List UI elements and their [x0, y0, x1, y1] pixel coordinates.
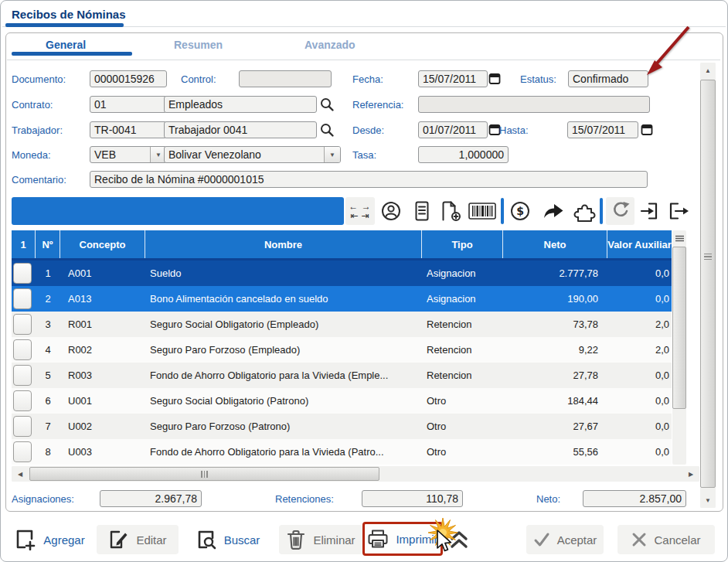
chevron-down-icon[interactable]: ▼	[324, 147, 340, 162]
hasta-label: Hasta:	[499, 124, 529, 136]
page-title: Recibos de Nóminas	[12, 8, 126, 21]
header-numero[interactable]: Nº	[36, 230, 60, 258]
estatus-field[interactable]: Confirmado	[568, 70, 648, 87]
editar-button[interactable]: Editar	[97, 525, 179, 554]
cell-valor-auxiliar: 0,0	[607, 267, 672, 279]
svg-text:$: $	[516, 205, 524, 217]
contrato-code-field[interactable]: 01	[90, 96, 167, 113]
tab-general[interactable]: General	[46, 39, 86, 51]
document-lines-icon[interactable]	[413, 200, 431, 222]
import-icon[interactable]	[639, 200, 661, 222]
header-concepto[interactable]: Concepto	[60, 230, 145, 258]
table-row[interactable]: 5 R003 Fondo de Ahorro Obligatorio para …	[12, 363, 672, 388]
row-selector[interactable]	[13, 441, 32, 462]
toolbar-separator	[600, 198, 603, 224]
tab-avanzado[interactable]: Avanzado	[304, 39, 355, 51]
search-document-icon	[196, 529, 217, 550]
fecha-calendar-icon[interactable]	[488, 72, 501, 85]
forward-arrow-icon[interactable]	[542, 202, 565, 220]
scroll-left-icon[interactable]: ◀	[12, 466, 29, 482]
fecha-field[interactable]: 15/07/2011	[418, 70, 488, 87]
desde-label: Desde:	[352, 124, 384, 136]
contrato-search-icon[interactable]	[319, 97, 335, 112]
table-row[interactable]: 1 A001 Sueldo Asignacion 2.777,78 0,0	[12, 261, 672, 286]
eliminar-button[interactable]: Eliminar	[279, 525, 362, 554]
hasta-field[interactable]: 15/07/2011	[567, 121, 638, 138]
cell-concepto: U002	[60, 421, 145, 432]
cell-nombre: Seguro Social Obligatorio (Empleado)	[145, 318, 422, 330]
header-valor-auxiliar[interactable]: Valor Auxiliar	[607, 230, 672, 258]
cell-neto: 184,44	[503, 395, 607, 407]
moneda-name-select[interactable]: Bolivar Venezolano ▼	[164, 146, 341, 163]
cell-concepto: A001	[60, 267, 145, 279]
tab-resumen[interactable]: Resumen	[174, 39, 223, 51]
agregar-button[interactable]: Agregar	[12, 525, 89, 554]
table-hscrollbar-thumb[interactable]	[29, 467, 379, 481]
column-menu-icon[interactable]	[672, 231, 686, 245]
trabajador-search-icon[interactable]	[319, 122, 335, 138]
referencia-field[interactable]	[418, 96, 650, 113]
aceptar-button[interactable]: Aceptar	[526, 525, 604, 554]
dollar-icon[interactable]: $	[509, 200, 531, 222]
window-tab-underline	[5, 23, 124, 27]
table-row[interactable]: 7 U002 Seguro Paro Forzoso (Patrono) Otr…	[12, 414, 672, 439]
cell-numero: 8	[36, 446, 60, 458]
scroll-down-icon[interactable]: ▼	[700, 492, 716, 508]
row-selector[interactable]	[13, 288, 32, 309]
buscar-button[interactable]: Buscar	[191, 525, 265, 554]
cell-neto: 73,78	[503, 318, 607, 330]
chevrons-up-icon[interactable]	[449, 530, 469, 550]
panel-vscrollbar-thumb[interactable]	[700, 80, 716, 488]
row-selector[interactable]	[13, 416, 32, 437]
row-selector[interactable]	[13, 339, 32, 360]
barcode-icon[interactable]	[468, 203, 496, 220]
control-field[interactable]	[239, 70, 332, 87]
table-row[interactable]: 3 R001 Seguro Social Obligatorio (Emplea…	[12, 312, 672, 337]
moneda-code-select[interactable]: VEB ▼	[90, 146, 167, 163]
table-row[interactable]: 4 R002 Seguro Paro Forzoso (Empleado) Re…	[12, 337, 672, 363]
cell-nombre: Sueldo	[145, 267, 422, 279]
contrato-name-field[interactable]: Empleados	[164, 96, 317, 113]
payroll-receipts-window: Recibos de Nóminas General Resumen Avanz…	[0, 0, 728, 562]
cancelar-button[interactable]: Cancelar	[617, 525, 715, 554]
cell-concepto: R002	[60, 344, 145, 356]
cell-tipo: Asignacion	[422, 267, 503, 279]
desde-field[interactable]: 01/07/2011	[418, 121, 488, 138]
table-row[interactable]: 2 A013 Bono Alimentación cancelado en su…	[12, 286, 672, 312]
document-add-icon[interactable]	[440, 200, 463, 222]
header-nombre[interactable]: Nombre	[145, 230, 422, 258]
imprimir-label: Imprimir	[396, 533, 437, 546]
cell-tipo: Retencion	[422, 318, 503, 330]
scroll-up-icon[interactable]: ▲	[700, 63, 716, 78]
cell-neto: 2.777,78	[503, 267, 607, 279]
export-icon[interactable]	[667, 200, 690, 222]
imprimir-button[interactable]: Imprimir	[362, 522, 443, 556]
row-selector[interactable]	[13, 263, 32, 284]
header-tipo[interactable]: Tipo	[422, 230, 503, 258]
cell-numero: 3	[36, 318, 60, 330]
scroll-right-icon[interactable]: ▶	[682, 466, 699, 482]
row-selector[interactable]	[13, 390, 32, 411]
editar-label: Editar	[136, 533, 166, 547]
user-icon[interactable]	[379, 199, 403, 223]
header-selector[interactable]: 1	[12, 230, 36, 258]
cell-tipo: Asignacion	[422, 293, 503, 305]
resize-columns-icon[interactable]: ← →⇤ ⇥	[345, 197, 375, 225]
table-row[interactable]: 8 U003 Fondo de Ahorro Obligatorio para …	[12, 439, 672, 465]
row-selector[interactable]	[13, 365, 32, 386]
trabajador-code-field[interactable]: TR-0041	[90, 121, 167, 138]
tasa-field[interactable]: 1,000000	[418, 146, 509, 163]
documento-field[interactable]: 0000015926	[90, 70, 167, 87]
comentario-field[interactable]: Recibo de la Nómina #0000001015	[90, 171, 648, 188]
puzzle-icon[interactable]	[573, 199, 596, 223]
table-vscrollbar-thumb[interactable]	[672, 247, 686, 409]
refresh-icon[interactable]	[606, 197, 634, 225]
table-row[interactable]: 6 U001 Seguro Social Obligatorio (Patron…	[12, 388, 672, 414]
row-selector[interactable]	[13, 314, 32, 335]
fecha-label: Fecha:	[352, 73, 383, 85]
header-neto[interactable]: Neto	[503, 230, 607, 258]
cell-neto: 190,00	[503, 293, 607, 305]
hasta-calendar-icon[interactable]	[641, 123, 653, 136]
trabajador-name-field[interactable]: Trabajador 0041	[164, 121, 317, 138]
asignaciones-field: 2.967,78	[100, 490, 202, 507]
